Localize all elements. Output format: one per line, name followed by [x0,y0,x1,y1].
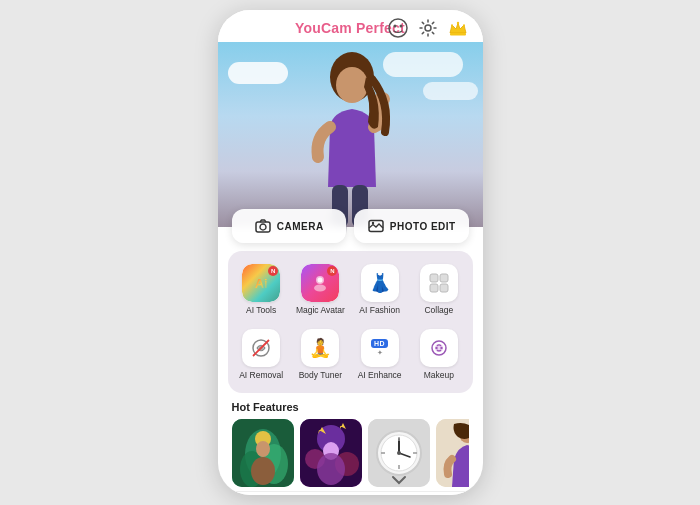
tool-ai-removal[interactable]: AI Removal [234,324,289,385]
tool-magic-avatar[interactable]: N Magic Avatar [293,259,348,320]
hot-feature-card-2[interactable] [300,419,362,487]
app-title-part1: YouCam [295,20,352,36]
tool-collage[interactable]: Collage [411,259,466,320]
cloud-3 [423,82,478,100]
hf3-image [368,419,430,487]
magic-avatar-icon-wrap: N [301,264,339,302]
svg-point-2 [399,25,402,28]
tool-ai-enhance[interactable]: HD ✦ AI Enhance [352,324,407,385]
ai-enhance-sparkle: ✦ [377,349,383,357]
makeup-icon-wrap [420,329,458,367]
svg-rect-22 [430,284,438,292]
svg-point-1 [393,25,396,28]
svg-point-14 [260,224,266,230]
svg-rect-20 [430,274,438,282]
ai-tools-icon: Ai [255,276,268,291]
body-tuner-icon-wrap: 🧘 [301,329,339,367]
hot-feature-card-1[interactable] [232,419,294,487]
hf4-image [436,419,469,487]
ai-fashion-icon: 👗 [369,272,391,294]
ai-enhance-label: AI Enhance [358,370,402,380]
svg-point-36 [256,441,270,457]
svg-point-6 [451,24,453,26]
hot-features-row [232,419,469,487]
hf2-image [300,419,362,487]
person-figure [300,47,400,227]
svg-point-5 [456,22,458,24]
svg-point-3 [425,25,431,31]
svg-point-7 [463,24,465,26]
ai-enhance-icon-wrap: HD ✦ [361,329,399,367]
svg-point-29 [435,347,437,349]
body-tuner-label: Body Tuner [299,370,342,380]
page-wrapper: YouCam Perfect [0,0,700,505]
hot-features-section: Hot Features [218,393,483,491]
makeup-icon [428,337,450,359]
tool-body-tuner[interactable]: 🧘 Body Tuner [293,324,348,385]
top-icons [387,17,469,39]
svg-rect-21 [440,274,448,282]
crown-icon-button[interactable] [447,17,469,39]
svg-point-19 [318,278,323,283]
hot-features-title: Hot Features [232,401,469,413]
makeup-label: Makeup [424,370,454,380]
camera-button-label: CAMERA [277,221,324,232]
settings-icon-button[interactable] [417,17,439,39]
svg-point-16 [372,222,374,224]
photo-edit-icon [367,217,385,235]
svg-rect-23 [440,284,448,292]
collage-label: Collage [424,305,453,315]
hot-feature-card-3[interactable] [368,419,430,487]
collage-icon-wrap [420,264,458,302]
tool-makeup[interactable]: Makeup [411,324,466,385]
hot-feature-card-4[interactable] [436,419,469,487]
ai-fashion-icon-wrap: 👗 [361,264,399,302]
camera-button[interactable]: CAMERA [232,209,347,243]
phone-frame: YouCam Perfect [218,10,483,495]
magic-avatar-label: Magic Avatar [296,305,345,315]
svg-point-49 [397,451,401,455]
svg-point-30 [440,347,442,349]
body-tuner-icon: 🧘 [309,337,331,359]
tools-section: Ai N AI Tools [228,251,473,393]
svg-point-9 [336,67,368,103]
ai-removal-icon-wrap [242,329,280,367]
action-buttons-row: CAMERA PHOTO EDIT [218,209,483,243]
svg-point-37 [251,457,275,485]
nav-bar [218,491,483,495]
photo-edit-button-label: PHOTO EDIT [390,221,456,232]
tools-grid: Ai N AI Tools [234,259,467,385]
ai-tools-label: AI Tools [246,305,276,315]
cloud-1 [228,62,288,84]
collage-icon [428,272,450,294]
tool-ai-fashion[interactable]: 👗 AI Fashion [352,259,407,320]
hd-badge: HD [371,339,388,348]
hf1-image [232,419,294,487]
ai-removal-icon [250,337,272,359]
tool-ai-tools[interactable]: Ai N AI Tools [234,259,289,320]
top-bar: YouCam Perfect [218,10,483,42]
ai-tools-icon-wrap: Ai N [242,264,280,302]
photo-edit-button[interactable]: PHOTO EDIT [354,209,469,243]
svg-rect-4 [450,33,466,36]
hero-image [218,42,483,227]
svg-point-0 [389,19,407,37]
svg-point-18 [314,285,326,292]
ai-fashion-label: AI Fashion [359,305,400,315]
magic-avatar-icon [310,273,330,293]
ai-removal-label: AI Removal [239,370,283,380]
ar-icon-button[interactable] [387,17,409,39]
svg-point-43 [317,453,345,485]
camera-icon [254,217,272,235]
